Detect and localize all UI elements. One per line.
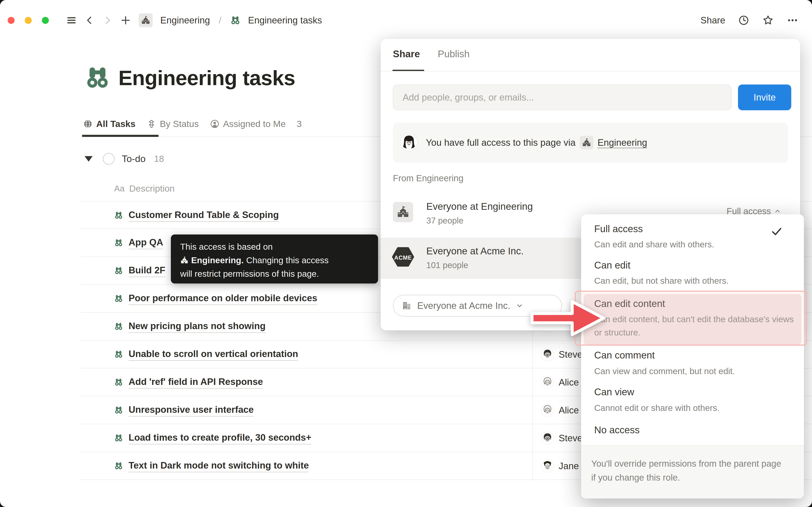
task-title[interactable]: Load times to create profile, 30 seconds… [129, 432, 311, 445]
minimize-window-button[interactable] [25, 17, 32, 24]
task-title[interactable]: Unresponsive user interface [129, 404, 254, 416]
menu-item-desc: Can edit and share with others. [594, 238, 714, 251]
binoculars-icon [114, 238, 123, 247]
task-title[interactable]: Customer Round Table & Scoping [129, 210, 279, 222]
annotation-highlight-box [575, 291, 807, 346]
menu-item-full-access[interactable]: Full access [594, 223, 643, 234]
binoculars-icon [230, 15, 241, 25]
updates-clock-icon[interactable] [738, 14, 749, 26]
task-title[interactable]: New pricing plans not showing [129, 321, 266, 333]
menu-item-desc: Cannot edit or share with others. [594, 401, 720, 415]
topbar-nav: Engineering / Engineering tasks [66, 8, 322, 32]
dialog-header-divider [380, 71, 800, 71]
breadcrumb-parent[interactable]: Engineering [160, 15, 210, 25]
assignee-name: Alice [559, 377, 579, 388]
chevron-down-icon [516, 302, 523, 309]
menu-footer-text: You'll override permissions from the par… [591, 457, 786, 485]
assignee-name: Alice [559, 405, 579, 415]
binoculars-icon [114, 294, 123, 303]
invite-input[interactable] [393, 84, 732, 110]
page-icon-binoculars[interactable] [85, 65, 110, 91]
favorite-star-icon[interactable] [762, 14, 774, 26]
role-menu: Full access Can edit and share with othe… [581, 214, 804, 499]
menu-item-can-view[interactable]: Can view [594, 386, 634, 398]
breadcrumb-workspace-icon[interactable] [139, 13, 153, 27]
avatar [541, 404, 554, 416]
annotation-arrow-icon [530, 297, 606, 339]
assignee-cell[interactable]: Jane [541, 452, 579, 480]
column-header[interactable]: Aa Description [114, 182, 175, 195]
access-banner: You have full access to this page via En… [393, 122, 788, 163]
menu-footer: You'll override permissions from the par… [581, 445, 804, 499]
binoculars-icon [114, 322, 123, 331]
tab-partial[interactable]: 3 [297, 119, 302, 129]
assignee-name: Steve [559, 433, 582, 443]
school-icon [180, 256, 189, 265]
sidebar-toggle-icon[interactable] [66, 15, 77, 26]
check-icon [770, 225, 783, 237]
binoculars-icon [114, 266, 123, 275]
binoculars-icon [114, 434, 123, 442]
task-title[interactable]: Poor performance on older mobile devices [129, 293, 317, 305]
assignee-cell[interactable]: Steve [541, 424, 582, 452]
dialog-tab-share[interactable]: Share [393, 48, 420, 60]
binoculars-icon [114, 211, 123, 220]
group-name[interactable]: To-do [122, 153, 146, 164]
engineering-link[interactable]: Engineering [598, 137, 647, 148]
collapse-triangle-icon[interactable] [85, 156, 93, 162]
column-header-label: Description [129, 183, 175, 194]
menu-item-no-access[interactable]: No access [594, 424, 640, 436]
binoculars-icon [114, 406, 123, 414]
tooltip-line2: Changing this access [246, 253, 328, 267]
dialog-tab-publish[interactable]: Publish [438, 48, 470, 60]
banner-text: You have full access to this page via [426, 137, 575, 148]
scope-selector-label: Everyone at Acme Inc. [417, 300, 510, 311]
window-controls [8, 17, 49, 24]
invite-button[interactable]: Invite [738, 84, 791, 110]
breadcrumb-page[interactable]: Engineering tasks [248, 15, 322, 25]
zoom-window-button[interactable] [42, 17, 49, 24]
tab-assigned-to-me[interactable]: Assigned to Me [210, 119, 286, 129]
more-options-icon[interactable] [786, 14, 799, 26]
acme-logo [392, 247, 414, 267]
group-row-engineering[interactable]: Everyone at Engineering [426, 201, 533, 212]
topbar-actions: Share [701, 8, 799, 32]
close-window-button[interactable] [8, 17, 14, 24]
task-title[interactable]: Text in Dark mode not switching to white [129, 460, 309, 472]
current-user-avatar [401, 134, 417, 151]
group-row-meta: 101 people [426, 261, 468, 270]
forward-icon[interactable] [102, 15, 112, 25]
menu-item-can-edit[interactable]: Can edit [594, 260, 630, 271]
notion-window: Engineering / Engineering tasks Share En… [0, 0, 812, 507]
office-building-icon [402, 300, 412, 311]
breadcrumb-separator: / [219, 15, 221, 25]
menu-item-desc: Can view and comment, but not edit. [594, 364, 735, 378]
section-label: From Engineering [393, 173, 463, 183]
group-row-meta: 37 people [426, 216, 463, 225]
avatar [541, 376, 554, 389]
text-type-icon: Aa [114, 184, 124, 193]
tooltip-line3: will restrict permissions of this page. [180, 267, 319, 281]
share-button[interactable]: Share [701, 15, 725, 25]
assignee-cell[interactable]: Alice [541, 369, 579, 396]
new-page-icon[interactable] [120, 15, 131, 26]
assignee-name: Steve [559, 349, 582, 360]
school-icon [580, 136, 593, 149]
chevron-up-icon [774, 208, 781, 215]
tab-all-tasks[interactable]: All Tasks [83, 119, 136, 129]
view-tabs: All Tasks By Status Assigned to Me 3 [83, 114, 302, 134]
todo-status-icon [103, 153, 115, 165]
task-title[interactable]: App QA [129, 237, 163, 249]
tab-by-status[interactable]: By Status [147, 119, 199, 129]
task-title[interactable]: Add 'ref' field in API Response [129, 377, 263, 389]
back-icon[interactable] [85, 15, 95, 25]
avatar [541, 432, 554, 444]
group-icon-engineering [393, 202, 413, 222]
menu-item-can-comment[interactable]: Can comment [594, 349, 655, 361]
task-title[interactable]: Build 2F [129, 265, 165, 277]
group-count: 18 [154, 154, 164, 164]
assignee-cell[interactable]: Alice [541, 396, 579, 424]
task-title[interactable]: Unable to scroll on vertical orientation [129, 349, 298, 361]
tooltip-bold: Engineering. [191, 253, 244, 267]
avatar [541, 348, 554, 360]
